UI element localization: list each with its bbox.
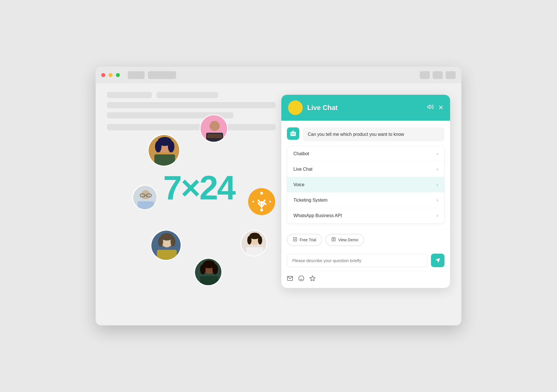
close-button[interactable] (101, 73, 105, 77)
svg-point-15 (155, 141, 161, 152)
menu-item-voice[interactable]: Voice › (287, 177, 444, 193)
titlebar-spacer1 (128, 71, 145, 79)
svg-rect-13 (154, 154, 175, 166)
menu-arrow-livechat: › (437, 167, 438, 172)
seven-x-24-text: 7×24 (163, 171, 235, 204)
skeleton-full-2 (107, 124, 276, 130)
titlebar-btn2 (433, 71, 443, 79)
svg-point-2 (260, 209, 263, 211)
browser-content: 7×24 (96, 84, 461, 325)
svg-point-34 (258, 236, 262, 244)
chat-input[interactable] (287, 254, 428, 267)
svg-point-16 (168, 141, 174, 152)
svg-point-40 (212, 264, 218, 274)
svg-point-28 (170, 237, 176, 247)
clock-icon (248, 188, 276, 216)
menu-item-chatbot-label: Chatbot (293, 151, 309, 156)
chat-logo (288, 100, 303, 115)
svg-point-18 (141, 190, 150, 199)
avatar-blue-hair-woman (148, 134, 180, 166)
menu-item-ticketing-label: Ticketing System (293, 198, 327, 203)
bot-message-row: Can you tell me which product you want t… (287, 127, 444, 141)
menu-item-livechat-label: Live Chat (293, 167, 313, 172)
menu-list: Chatbot › Live Chat › Voice › Ticketing … (287, 146, 444, 224)
svg-point-39 (200, 264, 206, 274)
svg-point-57 (299, 276, 304, 281)
svg-point-46 (293, 130, 293, 131)
maximize-button[interactable] (116, 73, 120, 77)
free-trial-button[interactable]: Free Trial (287, 234, 322, 246)
bot-message-bubble: Can you tell me which product you want t… (303, 127, 444, 141)
avatar-asian-woman (241, 230, 267, 256)
avatar-man-glasses (132, 185, 158, 210)
mail-icon[interactable] (287, 275, 293, 283)
close-icon[interactable]: ✕ (438, 104, 443, 111)
star-icon[interactable] (309, 275, 316, 283)
svg-point-27 (158, 237, 163, 247)
chat-input-row (281, 250, 450, 272)
titlebar-btn1 (420, 71, 430, 79)
svg-marker-41 (428, 105, 430, 109)
send-icon (435, 258, 441, 263)
menu-item-voice-label: Voice (293, 182, 304, 187)
menu-item-whatsapp[interactable]: WhatsApp Business API › (287, 208, 444, 223)
view-demo-label: View Demo (338, 238, 358, 242)
skeleton-row-1 (107, 92, 276, 98)
menu-arrow-ticketing: › (437, 198, 438, 203)
left-panel: 7×24 (107, 92, 281, 314)
svg-point-33 (247, 236, 251, 244)
svg-rect-42 (290, 132, 296, 136)
svg-point-44 (294, 133, 295, 134)
send-button[interactable] (431, 254, 444, 267)
svg-rect-10 (207, 134, 222, 138)
menu-item-ticketing[interactable]: Ticketing System › (287, 193, 444, 208)
avatar-dark-woman (194, 258, 222, 286)
skeleton-bar (156, 92, 218, 98)
svg-rect-37 (200, 276, 218, 286)
titlebar-right (420, 71, 456, 79)
menu-item-livechat[interactable]: Live Chat › (287, 162, 444, 177)
view-demo-icon (331, 237, 336, 243)
titlebar-btn3 (446, 71, 456, 79)
view-demo-button[interactable]: View Demo (325, 234, 364, 246)
skeleton-bar (107, 92, 152, 98)
chat-actions: Free Trial View Demo (281, 229, 450, 250)
chat-title: Live Chat (307, 104, 427, 112)
chat-footer (281, 272, 450, 288)
menu-arrow-whatsapp: › (437, 213, 438, 218)
titlebar-spacer2 (148, 71, 176, 79)
svg-point-43 (291, 133, 293, 134)
chat-widget: Live Chat ✕ (281, 95, 450, 288)
browser-titlebar (96, 67, 461, 84)
emoji-icon[interactable] (298, 275, 304, 283)
svg-marker-60 (310, 276, 315, 281)
sound-icon[interactable] (427, 103, 434, 112)
chat-body: Can you tell me which product you want t… (281, 121, 450, 229)
free-trial-icon (293, 237, 297, 243)
avatar-bearded-man (200, 114, 228, 143)
browser-window: 7×24 (96, 67, 461, 325)
svg-point-4 (269, 201, 271, 202)
minimize-button[interactable] (109, 73, 113, 77)
svg-rect-25 (157, 250, 177, 261)
menu-arrow-voice: › (437, 182, 438, 187)
skeleton-full-1 (107, 102, 276, 108)
chat-header: Live Chat ✕ (281, 95, 450, 121)
free-trial-label: Free Trial (300, 238, 316, 242)
svg-rect-19 (138, 201, 154, 210)
svg-point-3 (252, 201, 254, 202)
bot-avatar (287, 127, 299, 140)
chat-header-icons: ✕ (427, 103, 443, 112)
svg-point-8 (210, 121, 220, 131)
menu-item-whatsapp-label: WhatsApp Business API (293, 213, 342, 218)
svg-rect-31 (246, 247, 263, 256)
menu-item-chatbot[interactable]: Chatbot › (287, 146, 444, 162)
avatar-woman-teal (151, 230, 181, 261)
menu-arrow-chatbot: › (437, 151, 438, 156)
svg-point-1 (260, 192, 263, 195)
